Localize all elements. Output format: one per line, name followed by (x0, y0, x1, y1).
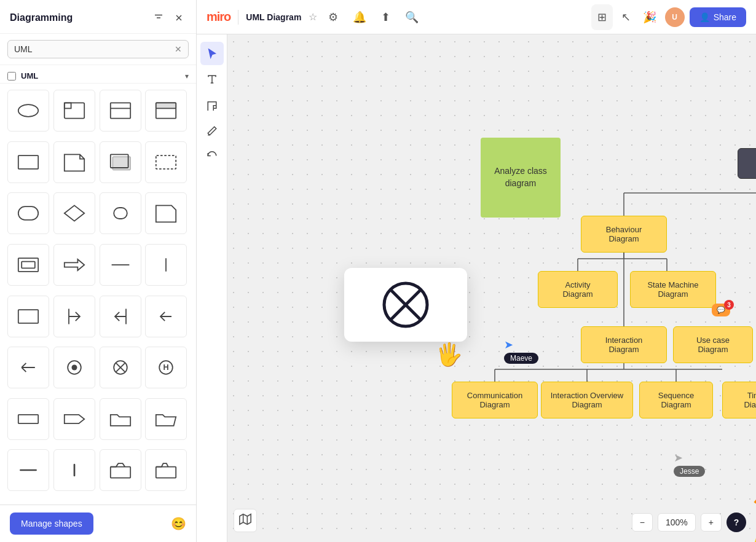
map-svg-icon (239, 513, 251, 525)
pen-tool[interactable] (200, 119, 224, 143)
node-timing-label: TimingDiagram (744, 391, 756, 409)
zoom-in-button[interactable]: + (701, 513, 722, 532)
cursor-button[interactable]: ↖ (618, 7, 634, 28)
svg-point-25 (71, 365, 77, 371)
shape-dash-v[interactable] (53, 449, 95, 491)
node-communication[interactable]: CommunicationDiagram (452, 382, 538, 418)
shape-nested-rect[interactable] (7, 244, 49, 286)
svg-rect-7 (65, 103, 71, 108)
shape-arrow-back[interactable] (145, 296, 187, 337)
chat-bubble-1[interactable]: 💬 3 (712, 304, 730, 316)
clear-search-icon[interactable]: ✕ (175, 44, 182, 54)
shape-rect-shadow[interactable] (100, 141, 141, 183)
nav-divider (238, 10, 238, 25)
user-avatar[interactable]: U (665, 7, 685, 27)
sticky-note-text: Analyze class diagram (488, 165, 553, 189)
main-area: miro UML Diagram ☆ ⚙ 🔔 ⬆ 🔍 ⊞ ↖ 🎉 U 👤 Sha… (197, 0, 756, 542)
canvas[interactable]: Analyze class diagram Diagram BehaviourD… (197, 34, 756, 542)
uml-chevron-icon[interactable]: ▾ (185, 72, 189, 81)
search-button[interactable]: 🔍 (401, 7, 422, 28)
shape-rect[interactable] (7, 141, 49, 183)
shape-arrow-right[interactable] (53, 244, 95, 286)
node-usecase-label: Use caseDiagram (696, 336, 730, 354)
settings-button[interactable]: ⚙ (325, 7, 342, 28)
upload-button[interactable]: ⬆ (377, 7, 394, 28)
star-icon[interactable]: ☆ (309, 11, 317, 23)
shape-stadium[interactable] (100, 192, 141, 234)
shape-arrow-right-box[interactable] (53, 398, 95, 440)
select-tool[interactable] (200, 42, 224, 65)
celebrate-button[interactable]: 🎉 (639, 7, 660, 28)
node-interaction-overview[interactable]: Interaction OverviewDiagram (541, 382, 633, 418)
navbar-right: ⊞ ↖ 🎉 U 👤 Share (591, 4, 746, 30)
text-tool[interactable] (200, 68, 224, 91)
shape-h-circle[interactable]: H (145, 347, 187, 388)
uml-checkbox[interactable] (7, 72, 16, 81)
shape-folder2[interactable] (100, 449, 141, 491)
svg-text:H: H (163, 364, 169, 372)
miro-logo: miro (207, 10, 230, 24)
shape-note[interactable] (53, 141, 95, 183)
emoji-icon[interactable]: 😊 (171, 516, 186, 531)
share-label: Share (714, 12, 736, 22)
shape-swimlane-h[interactable] (100, 90, 141, 132)
chat-bubble-1-icon: 💬 (717, 306, 725, 313)
shape-x-circle[interactable] (100, 347, 141, 388)
shape-rounded-rect[interactable] (7, 192, 49, 234)
cursor-jesse-arrow: ➤ (674, 451, 683, 465)
node-diagram[interactable]: Diagram (738, 148, 756, 179)
shape-frame[interactable] (53, 90, 95, 132)
share-icon: 👤 (699, 12, 710, 22)
notifications-button[interactable]: 🔔 (349, 7, 370, 28)
node-interaction-overview-label: Interaction OverviewDiagram (551, 391, 624, 409)
uml-section-label: UML (21, 71, 38, 81)
node-sequence[interactable]: SequenceDiagram (639, 382, 713, 418)
help-button[interactable]: ? (726, 513, 746, 532)
sticky-note-analyze[interactable]: Analyze class diagram (481, 138, 561, 218)
shape-rect-dashed[interactable] (145, 141, 187, 183)
uml-label: UML (7, 71, 38, 81)
shape-dash-h[interactable] (7, 449, 49, 491)
shape-arrow-left-back[interactable] (7, 347, 49, 388)
shape-arrow-in[interactable] (53, 296, 95, 337)
shape-ellipse[interactable] (7, 90, 49, 132)
shape-folder[interactable] (100, 398, 141, 440)
navbar-left: miro UML Diagram ☆ ⚙ 🔔 ⬆ 🔍 (207, 7, 422, 28)
node-state[interactable]: State MachineDiagram (630, 271, 716, 308)
svg-rect-6 (65, 103, 84, 118)
search-input[interactable] (14, 44, 175, 54)
undo-tool[interactable] (200, 145, 224, 168)
dragging-card (344, 268, 467, 342)
search-bar: ✕ (0, 34, 196, 65)
shape-compact-rect[interactable] (7, 398, 49, 440)
shape-line-v[interactable] (145, 244, 187, 286)
shape-rect-cut[interactable] (145, 192, 187, 234)
shape-folder-open2[interactable] (145, 449, 187, 491)
cursor-jesse: ➤ Jesse (674, 451, 705, 477)
svg-rect-20 (22, 261, 35, 268)
sticky-tool[interactable] (200, 93, 224, 117)
cursor-maeve-arrow: ➤ (504, 338, 513, 352)
zoom-out-button[interactable]: − (632, 513, 653, 532)
manage-shapes-button[interactable]: Manage shapes (10, 513, 93, 535)
share-button[interactable]: 👤 Share (690, 7, 746, 27)
filter-button[interactable] (151, 10, 167, 26)
cursor-maeve-label: Maeve (504, 353, 538, 364)
shape-dot-circle[interactable] (53, 347, 95, 388)
shape-line[interactable] (100, 244, 141, 286)
node-activity[interactable]: ActivityDiagram (538, 271, 618, 308)
node-interaction[interactable]: InteractionDiagram (581, 326, 667, 363)
node-usecase[interactable]: Use caseDiagram (673, 326, 753, 363)
widgets-button[interactable]: ⊞ (594, 7, 610, 28)
node-behaviour[interactable]: BehaviourDiagram (581, 216, 667, 253)
shape-open-rect[interactable] (7, 296, 49, 337)
close-sidebar-button[interactable] (171, 10, 186, 25)
map-icon[interactable] (234, 509, 257, 532)
shape-arrow-out[interactable] (100, 296, 141, 337)
shape-diamond[interactable] (53, 192, 95, 234)
shape-folder-open[interactable] (145, 398, 187, 440)
hand-cursor-icon: 🖐 (435, 342, 463, 367)
node-timing[interactable]: TimingDiagram (722, 382, 756, 418)
sidebar-header-icons (151, 10, 186, 26)
shape-rect-header[interactable] (145, 90, 187, 132)
